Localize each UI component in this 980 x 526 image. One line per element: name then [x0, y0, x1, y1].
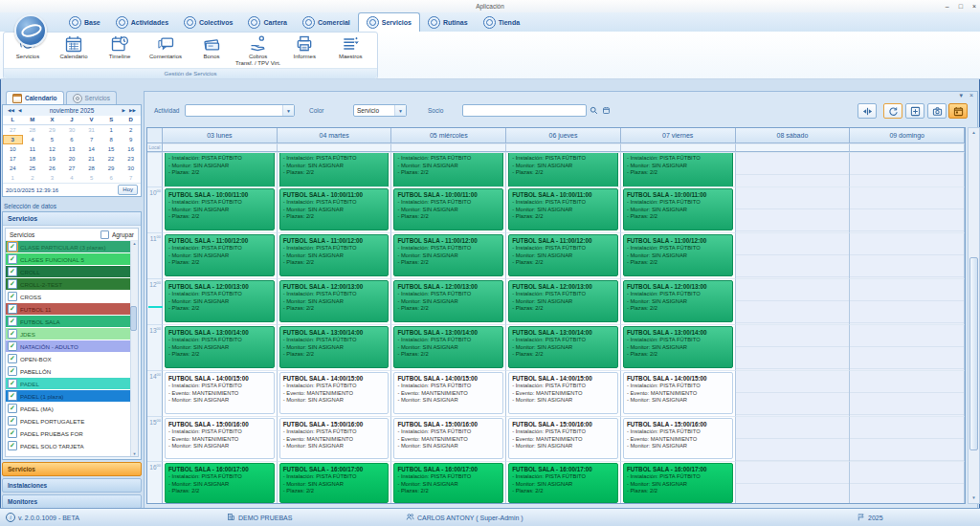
checkbox-checked-icon[interactable]: ✓: [8, 354, 17, 363]
service-item-croll-2-test[interactable]: ✓CROLL-2-TEST: [6, 278, 130, 290]
today-button[interactable]: Hoy: [118, 185, 138, 195]
ribbon-tab-base[interactable]: Base: [61, 13, 108, 32]
mini-calendar-day[interactable]: 28: [81, 164, 101, 173]
mini-calendar-day[interactable]: 8: [101, 135, 122, 144]
mini-calendar-day[interactable]: 19: [42, 154, 62, 164]
ribbon-button-calendario[interactable]: Calendario: [51, 34, 97, 60]
ribbon-tab-actividades[interactable]: Actividades: [108, 13, 176, 32]
event-block[interactable]: FUTBOL SALA - 12:00/13:00- Instalación: …: [393, 280, 503, 322]
ribbon-button-cobros-transf-tpv-virt[interactable]: CobrosTransf. / TPV Virt.: [234, 34, 281, 67]
event-block[interactable]: FUTBOL SALA - 10:00/11:00- Instalación: …: [508, 188, 618, 230]
service-item-clase-particular-3-plazas[interactable]: ✓CLASE PARTICULAR (3 plazas): [6, 241, 130, 252]
mini-calendar-day[interactable]: 15: [101, 144, 122, 154]
scrollbar-thumb[interactable]: [969, 257, 978, 450]
event-block[interactable]: FUTBOL SALA - 16:00/17:00- Instalación: …: [393, 463, 503, 503]
mini-calendar-day[interactable]: 26: [42, 164, 62, 173]
mini-calendar-day[interactable]: 23: [121, 154, 141, 164]
event-block[interactable]: FUTBOL SALA - 09:00/10:00- Instalación: …: [623, 152, 733, 186]
event-block[interactable]: FUTBOL SALA - 13:00/14:00- Instalación: …: [393, 326, 503, 368]
mini-calendar-day[interactable]: 7: [81, 135, 101, 144]
service-item-futbol-sala[interactable]: ✓FUTBOL SALA: [6, 316, 130, 327]
event-block[interactable]: FUTBOL SALA - 11:00/12:00- Instalación: …: [623, 234, 733, 276]
checkbox-checked-icon[interactable]: ✓: [8, 379, 17, 388]
checkbox-checked-icon[interactable]: ✓: [8, 292, 17, 301]
service-item-clases-funcional-5[interactable]: ✓CLASES FUNCIONAL 5: [6, 253, 130, 265]
event-block[interactable]: FUTBOL SALA - 14:00/15:00- Instalación: …: [508, 372, 618, 414]
search-icon[interactable]: [589, 105, 599, 116]
ribbon-tab-servicios[interactable]: Servicios: [358, 12, 420, 32]
event-block[interactable]: FUTBOL SALA - 12:00/13:00- Instalación: …: [165, 280, 275, 322]
event-block[interactable]: FUTBOL SALA - 09:00/10:00- Instalación: …: [508, 152, 618, 186]
mini-calendar-day[interactable]: 11: [23, 144, 43, 154]
mini-calendar-day[interactable]: 27: [62, 164, 82, 173]
service-item-pabellon[interactable]: ✓PABELLÓN: [6, 365, 130, 377]
service-item-padel[interactable]: ✓PADEL: [6, 378, 130, 389]
event-block[interactable]: FUTBOL SALA - 10:00/11:00- Instalación: …: [165, 188, 275, 230]
service-item-croll[interactable]: ✓CROLL: [6, 266, 130, 277]
mini-calendar-day[interactable]: 24: [3, 164, 23, 173]
app-logo[interactable]: [14, 14, 47, 47]
next-year-icon[interactable]: ▶▶: [127, 108, 138, 113]
event-block[interactable]: FUTBOL SALA - 14:00/15:00- Instalación: …: [165, 372, 275, 414]
ribbon-tab-comercial[interactable]: Comercial: [295, 13, 358, 32]
event-block[interactable]: FUTBOL SALA - 16:00/17:00- Instalación: …: [165, 463, 275, 503]
mini-calendar-day[interactable]: 12: [42, 144, 62, 154]
checkbox-checked-icon[interactable]: ✓: [8, 416, 17, 426]
mini-calendar-day[interactable]: 6: [62, 135, 82, 144]
event-block[interactable]: FUTBOL SALA - 14:00/15:00- Instalación: …: [393, 372, 503, 414]
mini-calendar-day[interactable]: 29: [101, 164, 122, 173]
accordion-servicios[interactable]: Servicios: [2, 462, 142, 476]
event-block[interactable]: FUTBOL SALA - 11:00/12:00- Instalación: …: [165, 234, 275, 276]
ribbon-button-maestros[interactable]: Maestros: [327, 34, 373, 60]
close-button[interactable]: ×: [972, 3, 976, 10]
day-view-button[interactable]: [948, 103, 968, 119]
checkbox-checked-icon[interactable]: ✓: [8, 267, 17, 276]
event-block[interactable]: FUTBOL SALA - 13:00/14:00- Instalación: …: [623, 326, 733, 368]
mini-calendar-day[interactable]: 13: [62, 144, 82, 154]
mini-calendar-day[interactable]: 30: [121, 164, 141, 173]
checkbox-checked-icon[interactable]: ✓: [8, 341, 17, 351]
prev-month-icon[interactable]: ◀: [16, 108, 23, 113]
actividad-combo[interactable]: ▼: [185, 104, 295, 117]
event-block[interactable]: FUTBOL SALA - 14:00/15:00- Instalación: …: [279, 372, 390, 414]
service-item-open-box[interactable]: ✓OPEN-BOX: [6, 353, 130, 364]
mini-calendar-day[interactable]: 1: [101, 125, 122, 135]
maximize-button[interactable]: □: [959, 3, 963, 10]
prev-year-icon[interactable]: ◀◀: [6, 108, 16, 113]
event-block[interactable]: FUTBOL SALA - 10:00/11:00- Instalación: …: [279, 188, 390, 230]
next-month-icon[interactable]: ▶: [121, 108, 127, 113]
mini-calendar-day[interactable]: 1: [3, 173, 23, 183]
mini-calendar-day[interactable]: 3: [42, 173, 62, 183]
ribbon-tab-tienda[interactable]: Tienda: [476, 13, 527, 32]
accordion-monitores[interactable]: Monitores: [2, 494, 142, 509]
checkbox-checked-icon[interactable]: ✓: [8, 279, 17, 289]
mini-calendar-day[interactable]: 22: [101, 154, 122, 164]
event-block[interactable]: FUTBOL SALA - 12:00/13:00- Instalación: …: [508, 280, 618, 322]
accordion-instalaciones[interactable]: Instalaciones: [2, 478, 142, 493]
sidebar-tab-servicios[interactable]: Servicios: [66, 91, 117, 104]
event-block[interactable]: FUTBOL SALA - 16:00/17:00- Instalación: …: [279, 463, 390, 503]
checkbox-checked-icon[interactable]: ✓: [8, 404, 17, 413]
mini-calendar-day[interactable]: 28: [23, 125, 43, 135]
mini-calendar-day[interactable]: 30: [62, 125, 82, 135]
service-item-padel-solo-tarjeta[interactable]: ✓PADEL SOLO TARJETA: [6, 440, 130, 451]
mini-calendar-day[interactable]: 10: [3, 144, 23, 154]
mini-calendar-day[interactable]: 27: [3, 125, 23, 135]
event-block[interactable]: FUTBOL SALA - 13:00/14:00- Instalación: …: [165, 326, 275, 368]
event-block[interactable]: FUTBOL SALA - 09:00/10:00- Instalación: …: [165, 152, 275, 186]
ribbon-tab-rutinas[interactable]: Rutinas: [420, 13, 476, 32]
mini-calendar-day[interactable]: 18: [23, 154, 43, 164]
mini-calendar-day[interactable]: 9: [121, 135, 141, 144]
mini-calendar-day[interactable]: 3: [3, 135, 23, 144]
checkbox-checked-icon[interactable]: ✓: [8, 428, 17, 438]
event-block[interactable]: FUTBOL SALA - 13:00/14:00- Instalación: …: [279, 326, 390, 368]
ribbon-button-informes[interactable]: Informes: [281, 34, 327, 60]
scroll-down-icon[interactable]: ▼: [133, 451, 137, 456]
color-combo[interactable]: Servicio ▼: [353, 104, 407, 117]
socio-input[interactable]: [462, 104, 587, 117]
service-item-futbol-11[interactable]: ✓FUTBOL 11: [6, 303, 130, 315]
mini-calendar-day[interactable]: 25: [23, 164, 43, 173]
mini-calendar-day[interactable]: 5: [42, 135, 62, 144]
list-scrollbar[interactable]: ▲ ▼: [130, 241, 138, 456]
event-block[interactable]: FUTBOL SALA - 12:00/13:00- Instalación: …: [279, 280, 390, 322]
